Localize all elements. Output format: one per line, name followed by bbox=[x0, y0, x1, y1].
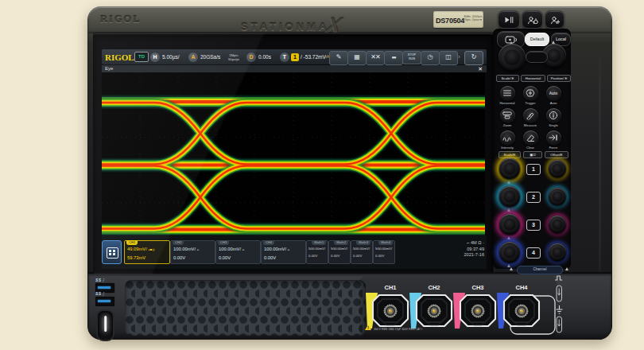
svg-text:300 V RMS 1MΩ 17pF 300V RMS: 300 V RMS 1MΩ 17pF 300V RMS CAT I bbox=[374, 328, 422, 331]
svg-text:CH3: CH3 bbox=[471, 284, 483, 291]
svg-text:CH2: CH2 bbox=[428, 284, 440, 291]
svg-text:CH1: CH1 bbox=[384, 284, 396, 291]
svg-text:CH4: CH4 bbox=[515, 284, 528, 291]
